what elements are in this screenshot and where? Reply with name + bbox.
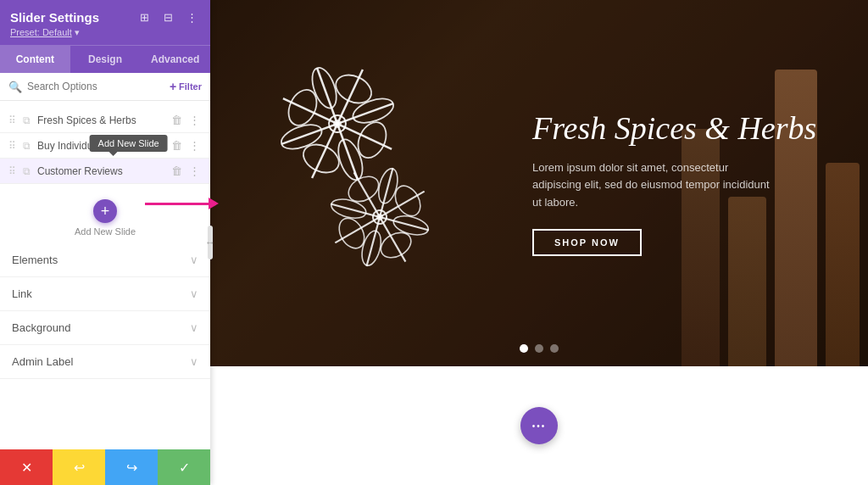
cancel-button[interactable]: ✕ — [0, 449, 53, 485]
copy-icon: ⧉ — [23, 114, 31, 126]
filter-plus-icon: + — [170, 80, 176, 93]
shop-now-button[interactable]: SHOP NOW — [532, 229, 642, 256]
preset-text: Preset: Default ▾ — [10, 27, 200, 38]
slide-name: Fresh Spices & Herbs — [37, 114, 163, 126]
slider-dot[interactable] — [520, 344, 528, 353]
section-background[interactable]: Background ∨ — [0, 311, 210, 345]
slider-content: Fresh Spices & Herbs Lorem ipsum dolor s… — [210, 39, 868, 327]
left-panel: Slider Settings ⊞ ⊟ ⋮ Preset: Default ▾ … — [0, 0, 210, 485]
slide-more-button[interactable]: ⋮ — [187, 139, 202, 152]
slide-name: Customer Reviews — [37, 165, 163, 177]
preview-area: Fresh Spices & Herbs Lorem ipsum dolor s… — [210, 0, 868, 485]
slide-delete-button[interactable]: 🗑 — [170, 139, 184, 152]
slide-more-button[interactable]: ⋮ — [187, 164, 202, 177]
drag-icon: ⠿ — [8, 114, 16, 126]
panel-title: Slider Settings — [10, 10, 99, 25]
chevron-down-icon: ∨ — [190, 321, 198, 334]
tab-design[interactable]: Design — [70, 46, 141, 73]
search-bar: 🔍 + Filter — [0, 73, 210, 101]
chevron-down-icon: ∨ — [190, 355, 198, 368]
slider-text: Fresh Spices & Herbs Lorem ipsum dolor s… — [498, 110, 834, 256]
add-slide-label: Add New Slide — [75, 226, 136, 237]
section-label: Background — [12, 321, 70, 334]
fab-dots-icon: ••• — [532, 421, 547, 431]
undo-button[interactable]: ↩ — [53, 449, 105, 485]
fab-button[interactable]: ••• — [520, 407, 558, 444]
slider-heading: Fresh Spices & Herbs — [532, 110, 834, 148]
section-admin-label[interactable]: Admin Label ∨ — [0, 345, 210, 379]
slider-dots — [520, 344, 559, 353]
chevron-down-icon: ∨ — [190, 254, 198, 266]
columns-icon[interactable]: ⊟ — [159, 8, 176, 25]
add-slide-button[interactable]: + — [93, 199, 117, 223]
add-slide-container: + Add New Slide — [0, 191, 210, 243]
slider-dot[interactable] — [535, 344, 543, 353]
slide-item[interactable]: Add New Slide ⠿ ⧉ Customer Reviews 🗑 ⋮ — [0, 159, 210, 184]
slides-list: ⠿ ⧉ Fresh Spices & Herbs 🗑 ⋮ ⠿ ⧉ Buy Ind… — [0, 101, 210, 191]
slide-actions: 🗑 ⋮ — [170, 164, 202, 177]
svg-point-13 — [332, 119, 343, 130]
tab-bar: Content Design Advanced — [0, 45, 210, 73]
slider-dot[interactable] — [550, 344, 559, 353]
section-link[interactable]: Link ∨ — [0, 277, 210, 311]
filter-button[interactable]: + Filter — [170, 80, 202, 93]
redo-button[interactable]: ↪ — [105, 449, 158, 485]
bottom-toolbar: ✕ ↩ ↪ ✓ — [0, 449, 210, 485]
slider-image — [244, 56, 498, 310]
section-label: Admin Label — [12, 355, 73, 368]
slide-actions: 🗑 ⋮ — [170, 139, 202, 152]
panel-header: Slider Settings ⊞ ⊟ ⋮ Preset: Default ▾ — [0, 0, 210, 45]
search-icon: 🔍 — [8, 81, 22, 93]
slide-name: Buy Individual Spices — [37, 140, 163, 152]
tab-content[interactable]: Content — [0, 46, 70, 73]
slide-delete-button[interactable]: 🗑 — [170, 114, 184, 126]
section-list: Elements ∨ Link ∨ Background ∨ Admin Lab… — [0, 243, 210, 454]
grid-icon[interactable]: ⊞ — [136, 8, 153, 25]
slide-item[interactable]: ⠿ ⧉ Fresh Spices & Herbs 🗑 ⋮ — [0, 108, 210, 133]
chevron-down-icon: ∨ — [190, 287, 198, 300]
slide-delete-button[interactable]: 🗑 — [170, 164, 184, 177]
save-button[interactable]: ✓ — [158, 449, 210, 485]
section-elements[interactable]: Elements ∨ — [0, 243, 210, 277]
copy-icon: ⧉ — [23, 165, 31, 177]
search-input[interactable] — [27, 81, 164, 92]
preview-slider: Fresh Spices & Herbs Lorem ipsum dolor s… — [210, 0, 868, 366]
tab-advanced[interactable]: Advanced — [140, 46, 210, 73]
more-icon[interactable]: ⋮ — [183, 8, 200, 25]
resize-handle[interactable]: ↔ — [208, 226, 213, 259]
resize-arrows-icon: ↔ — [205, 237, 215, 248]
drag-icon: ⠿ — [8, 165, 16, 177]
copy-icon: ⧉ — [23, 140, 31, 152]
header-icons: ⊞ ⊟ ⋮ — [136, 8, 200, 25]
drag-icon: ⠿ — [8, 140, 16, 152]
svg-point-27 — [376, 213, 384, 221]
preview-bottom: ••• — [210, 366, 868, 485]
slide-actions: 🗑 ⋮ — [170, 114, 202, 126]
section-label: Elements — [12, 254, 58, 266]
section-label: Link — [12, 287, 32, 300]
slide-item[interactable]: ⠿ ⧉ Buy Individual Spices 🗑 ⋮ — [0, 133, 210, 159]
slide-more-button[interactable]: ⋮ — [187, 114, 202, 126]
slider-body: Lorem ipsum dolor sit amet, consectetur … — [532, 159, 770, 212]
